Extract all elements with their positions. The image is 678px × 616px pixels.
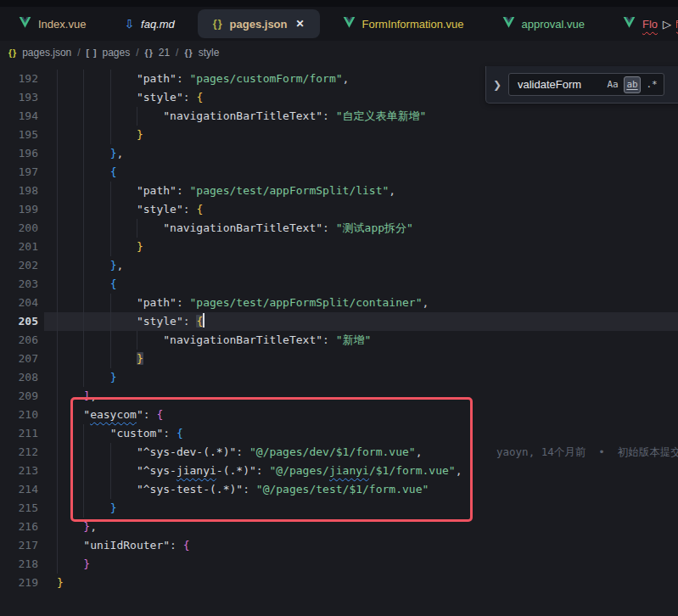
code-line-content: "uniIdRouter": {: [57, 536, 678, 555]
code-line-content: "easycom": {: [57, 406, 678, 424]
line-number: 210: [0, 406, 38, 424]
line-number: 193: [0, 88, 38, 107]
code-line[interactable]: 205 "style": {: [0, 312, 678, 331]
code-line[interactable]: 202 },: [0, 256, 678, 275]
line-number: 208: [0, 368, 38, 387]
code-line-content: "^sys-test-(.*)": "@/pages/test/$1/form.…: [57, 480, 678, 499]
code-line-content: {: [57, 275, 678, 294]
line-number: 211: [0, 424, 38, 443]
indent-guide: [57, 163, 58, 182]
code-line[interactable]: 197 {: [0, 163, 678, 182]
code-line[interactable]: 198 "path": "pages/test/appFormSplit/lis…: [0, 182, 678, 200]
indent-guide: [83, 200, 84, 219]
code-line[interactable]: 204 "path": "pages/test/appFormSplit/con…: [0, 294, 678, 312]
indent-guide: [83, 294, 84, 312]
code-line[interactable]: 212 "^sys-dev-(.*)": "@/pages/dev/$1/for…: [0, 443, 678, 462]
code-line-content: }: [57, 238, 678, 256]
tab-overflow-icon[interactable]: ▷: [658, 7, 676, 41]
tab-label: approval.vue: [522, 18, 585, 31]
line-number: 213: [0, 462, 38, 480]
tab-close-icon[interactable]: ✕: [296, 18, 305, 30]
line-number: 192: [0, 70, 38, 88]
code-line[interactable]: 213 "^sys-jianyi-(.*)": "@/pages/jianyi/…: [0, 462, 678, 480]
code-line[interactable]: 215 }: [0, 499, 678, 518]
code-line-content: }: [57, 350, 678, 368]
toggle-replace-chevron-icon[interactable]: ❯: [493, 79, 501, 91]
indent-guide: [57, 406, 58, 424]
code-line[interactable]: 208 }: [0, 368, 678, 387]
breadcrumb-item-pages[interactable]: [ ]pages: [87, 47, 131, 59]
line-number: 205: [0, 312, 38, 331]
code-line[interactable]: 201 }: [0, 238, 678, 256]
code-line[interactable]: 196 },: [0, 144, 678, 163]
breadcrumb-label: pages: [103, 47, 131, 59]
code-line[interactable]: 219}: [0, 574, 678, 592]
code-line[interactable]: 216 },: [0, 518, 678, 536]
code-line[interactable]: 211 "custom": {: [0, 424, 678, 443]
match-case-button[interactable]: Aa: [604, 76, 621, 93]
tab-faq.md[interactable]: ⇩faq.md: [109, 9, 189, 38]
regex-icon: .*: [646, 79, 657, 90]
find-input[interactable]: validateForm Aa ab .*: [508, 73, 664, 96]
line-number: 203: [0, 275, 38, 294]
code-line[interactable]: 206 "navigationBarTitleText": "新增": [0, 331, 678, 350]
line-number: 204: [0, 294, 38, 312]
code-line[interactable]: 200 "navigationBarTitleText": "测试app拆分": [0, 219, 678, 238]
indent-guide: [57, 294, 58, 312]
breadcrumb-item-style[interactable]: {}style: [184, 47, 219, 59]
symbol-icon: [ ]: [87, 48, 98, 58]
code-line[interactable]: 217 "uniIdRouter": {: [0, 536, 678, 555]
tab-index.vue[interactable]: Index.vue: [3, 9, 101, 38]
indent-guide: [57, 331, 58, 350]
line-number: 212: [0, 443, 38, 462]
tab-forminformation.vue[interactable]: FormInformation.vue: [328, 9, 479, 38]
indent-guide: [83, 368, 84, 387]
code-line[interactable]: 218 }: [0, 555, 678, 574]
breadcrumb: {}pages.json/[ ]pages/{}21/{}style: [0, 41, 678, 64]
indent-guide: [57, 200, 58, 219]
indent-guide: [83, 275, 84, 294]
tab-approval.vue[interactable]: approval.vue: [487, 9, 600, 38]
indent-guide: [57, 144, 58, 163]
json-braces-icon: {}: [213, 18, 223, 30]
code-line-content: }: [57, 555, 678, 574]
indent-guide: [57, 518, 58, 536]
code-line[interactable]: 194 "navigationBarTitleText": "自定义表单新增": [0, 107, 678, 126]
indent-guide: [57, 275, 58, 294]
code-line[interactable]: 214 "^sys-test-(.*)": "@/pages/test/$1/f…: [0, 480, 678, 499]
whole-word-button[interactable]: ab: [624, 76, 641, 93]
line-number: 214: [0, 480, 38, 499]
line-number: 201: [0, 238, 38, 256]
indent-guide: [83, 70, 84, 88]
match-case-icon: Aa: [607, 79, 618, 90]
tab-label: Index.vue: [38, 18, 86, 31]
find-query-text[interactable]: validateForm: [518, 78, 602, 91]
breadcrumb-item-pages.json[interactable]: {}pages.json: [8, 47, 71, 59]
indent-guide: [83, 107, 84, 126]
code-line[interactable]: 210 "easycom": {: [0, 406, 678, 424]
code-line[interactable]: 207 }: [0, 350, 678, 368]
indent-guide: [83, 182, 84, 200]
line-number: 196: [0, 144, 38, 163]
tab-label: faq.md: [141, 18, 175, 31]
indent-guide: [110, 331, 111, 350]
code-editor[interactable]: 192 "path": "pages/customForm/form",193 …: [0, 64, 678, 616]
tab-pages.json[interactable]: {}pages.json✕: [198, 9, 320, 38]
breadcrumb-separator: /: [77, 47, 80, 59]
line-number: 219: [0, 574, 38, 592]
code-line[interactable]: 209 ],: [0, 387, 678, 406]
vue-icon: [19, 17, 31, 28]
line-number: 215: [0, 499, 38, 518]
breadcrumb-item-21[interactable]: {}21: [145, 47, 171, 59]
indent-guide: [110, 462, 111, 480]
code-line[interactable]: 199 "style": {: [0, 200, 678, 219]
regex-button[interactable]: .*: [643, 76, 660, 93]
code-line-content: "custom": {: [57, 424, 678, 443]
code-line-content: }: [57, 368, 678, 387]
code-line[interactable]: 203 {: [0, 275, 678, 294]
code-line[interactable]: 195 }: [0, 126, 678, 144]
line-number: 206: [0, 331, 38, 350]
line-number: 207: [0, 350, 38, 368]
tab-label: FormInformation.vue: [362, 18, 464, 31]
line-number: 200: [0, 219, 38, 238]
